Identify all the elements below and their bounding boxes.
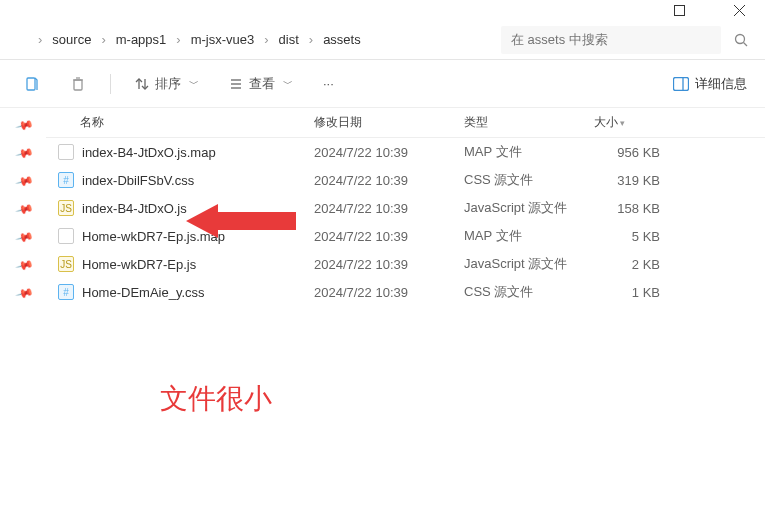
file-name: Home-DEmAie_y.css — [82, 285, 314, 300]
header-name[interactable]: 名称 — [46, 114, 314, 131]
pin-icon[interactable]: 📌 — [15, 199, 35, 219]
chevron-right-icon: › — [176, 32, 180, 47]
pin-icon[interactable]: 📌 — [15, 115, 35, 135]
file-size: 2 KB — [594, 257, 674, 272]
file-size: 158 KB — [594, 201, 674, 216]
window-titlebar — [0, 0, 765, 20]
toolbar: 排序 ﹀ 查看 ﹀ ··· 详细信息 — [0, 60, 765, 108]
file-icon: # — [58, 284, 74, 300]
quick-access-pins: 📌 📌 📌 📌 📌 📌 📌 — [0, 108, 46, 527]
file-icon: JS — [58, 200, 74, 216]
pin-icon[interactable]: 📌 — [15, 227, 35, 247]
more-button[interactable]: ··· — [317, 72, 340, 95]
pin-icon[interactable]: 📌 — [15, 171, 35, 191]
file-row[interactable]: JSHome-wkDR7-Ep.js2024/7/22 10:39JavaScr… — [46, 250, 765, 278]
svg-rect-5 — [27, 78, 35, 90]
file-size: 956 KB — [594, 145, 674, 160]
address-bar-row: › source › m-apps1 › m-jsx-vue3 › dist ›… — [0, 20, 765, 60]
file-date: 2024/7/22 10:39 — [314, 145, 464, 160]
chevron-down-icon: ﹀ — [189, 77, 199, 91]
file-name: Home-wkDR7-Ep.js.map — [82, 229, 314, 244]
view-button[interactable]: 查看 ﹀ — [223, 71, 299, 97]
svg-rect-0 — [674, 5, 684, 15]
sort-label: 排序 — [155, 75, 181, 93]
file-type: JavaScript 源文件 — [464, 255, 594, 273]
file-date: 2024/7/22 10:39 — [314, 173, 464, 188]
search-input[interactable] — [501, 26, 721, 54]
pin-icon[interactable]: 📌 — [15, 283, 35, 303]
breadcrumb-item[interactable]: dist — [279, 32, 299, 47]
svg-rect-6 — [74, 80, 82, 90]
header-date[interactable]: 修改日期 — [314, 114, 464, 131]
file-icon: # — [58, 172, 74, 188]
breadcrumb-item[interactable]: assets — [323, 32, 361, 47]
maximize-button[interactable] — [661, 0, 697, 20]
file-icon — [58, 228, 74, 244]
breadcrumb-item[interactable]: m-jsx-vue3 — [191, 32, 255, 47]
breadcrumb-item[interactable]: source — [52, 32, 91, 47]
breadcrumb[interactable]: › source › m-apps1 › m-jsx-vue3 › dist ›… — [12, 32, 493, 47]
chevron-right-icon: › — [264, 32, 268, 47]
file-list-pane: 名称 修改日期 类型 大小▾ index-B4-JtDxO.js.map2024… — [46, 108, 765, 527]
file-type: CSS 源文件 — [464, 171, 594, 189]
svg-rect-14 — [674, 77, 689, 90]
file-name: index-B4-JtDxO.js.map — [82, 145, 314, 160]
file-date: 2024/7/22 10:39 — [314, 257, 464, 272]
column-headers[interactable]: 名称 修改日期 类型 大小▾ — [46, 108, 765, 138]
details-label: 详细信息 — [695, 75, 747, 93]
svg-point-3 — [736, 34, 745, 43]
file-row[interactable]: index-B4-JtDxO.js.map2024/7/22 10:39MAP … — [46, 138, 765, 166]
new-button[interactable] — [18, 72, 46, 96]
file-type: JavaScript 源文件 — [464, 199, 594, 217]
file-row[interactable]: #Home-DEmAie_y.css2024/7/22 10:39CSS 源文件… — [46, 278, 765, 306]
pin-icon[interactable]: 📌 — [15, 143, 35, 163]
file-type: MAP 文件 — [464, 143, 594, 161]
header-size[interactable]: 大小▾ — [594, 114, 674, 131]
svg-line-4 — [744, 42, 748, 46]
chevron-right-icon: › — [38, 32, 42, 47]
file-icon — [58, 144, 74, 160]
file-size: 5 KB — [594, 229, 674, 244]
close-button[interactable] — [721, 0, 757, 20]
file-date: 2024/7/22 10:39 — [314, 229, 464, 244]
file-name: index-B4-JtDxO.js — [82, 201, 314, 216]
chevron-right-icon: › — [101, 32, 105, 47]
search-icon[interactable] — [729, 33, 753, 47]
view-label: 查看 — [249, 75, 275, 93]
file-name: Home-wkDR7-Ep.js — [82, 257, 314, 272]
file-type: CSS 源文件 — [464, 283, 594, 301]
header-type[interactable]: 类型 — [464, 114, 594, 131]
chevron-down-icon: ﹀ — [283, 77, 293, 91]
file-date: 2024/7/22 10:39 — [314, 201, 464, 216]
sort-button[interactable]: 排序 ﹀ — [129, 71, 205, 97]
sort-indicator-icon: ▾ — [620, 118, 625, 128]
pin-icon[interactable]: 📌 — [15, 255, 35, 275]
file-name: index-DbilFSbV.css — [82, 173, 314, 188]
delete-button[interactable] — [64, 72, 92, 96]
file-row[interactable]: #index-DbilFSbV.css2024/7/22 10:39CSS 源文… — [46, 166, 765, 194]
file-type: MAP 文件 — [464, 227, 594, 245]
details-pane-button[interactable]: 详细信息 — [673, 75, 747, 93]
file-row[interactable]: Home-wkDR7-Ep.js.map2024/7/22 10:39MAP 文… — [46, 222, 765, 250]
breadcrumb-item[interactable]: m-apps1 — [116, 32, 167, 47]
file-size: 1 KB — [594, 285, 674, 300]
file-icon: JS — [58, 256, 74, 272]
chevron-right-icon: › — [309, 32, 313, 47]
separator — [110, 74, 111, 94]
file-row[interactable]: JSindex-B4-JtDxO.js2024/7/22 10:39JavaSc… — [46, 194, 765, 222]
file-size: 319 KB — [594, 173, 674, 188]
file-date: 2024/7/22 10:39 — [314, 285, 464, 300]
